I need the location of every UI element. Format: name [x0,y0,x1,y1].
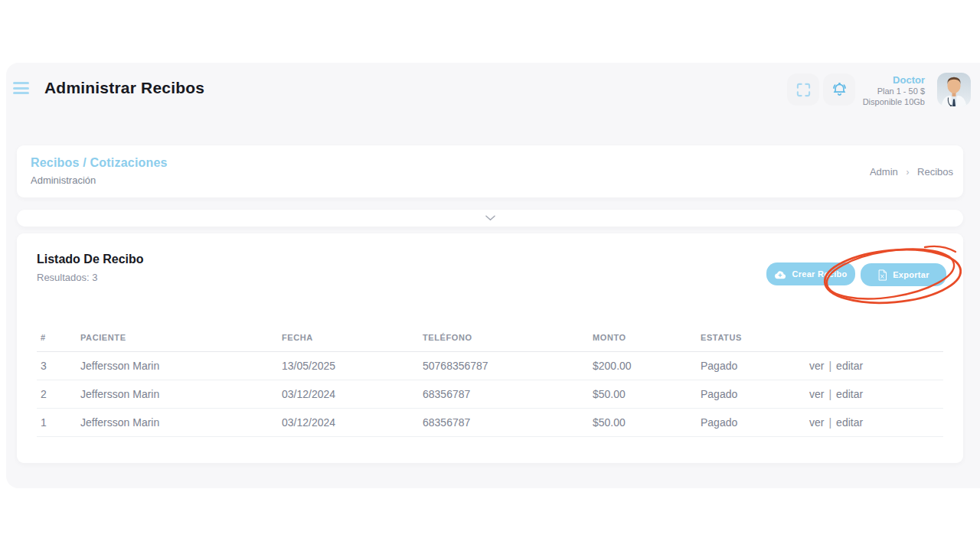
notification-bell-icon [831,81,848,99]
receipt-list-card: Listado De Recibo Resultados: 3 Crear Re… [17,233,963,463]
results-count: Resultados: 3 [37,272,98,283]
receipts-table: # PACIENTE FECHA TELÉFONO MONTO ESTATUS … [37,324,943,437]
cell-monto: $200.00 [593,351,701,380]
header-fecha: FECHA [282,324,423,351]
filters-collapse-bar[interactable] [17,210,963,227]
cell-paciente: Jeffersson Marin [80,380,282,408]
table-row: 2 Jeffersson Marin 03/12/2024 68356787 $… [37,380,943,408]
cell-monto: $50.00 [593,408,701,436]
user-storage: Disponible 10Gb [863,97,925,108]
user-name: Doctor [863,74,925,86]
breadcrumb-card: Recibos / Cotizaciones Administración Ad… [17,145,963,197]
cell-estatus: Pagado [701,380,809,408]
action-separator: | [828,360,831,372]
excel-file-icon [877,269,887,281]
table-header-row: # PACIENTE FECHA TELÉFONO MONTO ESTATUS [37,324,943,351]
ver-link[interactable]: ver [809,416,824,429]
action-separator: | [828,416,831,429]
breadcrumb: Admin › Recibos [870,166,953,178]
header-estatus: ESTATUS [701,324,809,351]
cell-fecha: 13/05/2025 [282,351,423,380]
cell-telefono: 68356787 [423,380,593,408]
header-telefono: TELÉFONO [423,324,593,351]
chevron-down-icon [485,215,495,221]
editar-link[interactable]: editar [836,360,863,372]
editar-link[interactable]: editar [836,388,863,400]
cloud-upload-icon [774,269,786,279]
header-actions [809,324,943,351]
doctor-avatar-image [937,73,971,106]
action-separator: | [828,388,831,400]
cell-paciente: Jeffersson Marin [80,408,282,436]
header-num: # [37,324,80,351]
export-label: Exportar [893,270,929,279]
cell-actions: ver|editar [809,408,943,436]
ver-link[interactable]: ver [809,388,824,400]
cell-fecha: 03/12/2024 [282,408,423,436]
hamburger-menu-icon [13,82,29,84]
table-row: 3 Jeffersson Marin 13/05/2025 5076835678… [37,351,943,380]
section-subtitle: Administración [31,174,96,186]
cell-paciente: Jeffersson Marin [80,351,282,380]
breadcrumb-recibos: Recibos [917,166,953,178]
fullscreen-button[interactable] [787,73,819,106]
hamburger-menu-button[interactable] [13,82,30,95]
cell-estatus: Pagado [701,351,809,380]
cell-monto: $50.00 [593,380,701,408]
breadcrumb-separator-icon: › [906,167,909,178]
export-button[interactable]: Exportar [861,263,946,286]
list-title: Listado De Recibo [37,253,144,266]
cell-fecha: 03/12/2024 [282,380,423,408]
section-title: Recibos / Cotizaciones [31,156,168,170]
cell-telefono: 68356787 [423,408,593,436]
content-area: Administrar Recibos Doctor Plan 1 - 50 $… [6,63,980,488]
user-plan: Plan 1 - 50 $ [863,86,925,97]
page-background: Administrar Recibos Doctor Plan 1 - 50 $… [0,0,980,551]
notifications-button[interactable] [823,73,855,106]
cell-actions: ver|editar [809,380,943,408]
header-paciente: PACIENTE [80,324,282,351]
header-monto: MONTO [593,324,701,351]
cell-num: 3 [37,351,80,380]
cell-telefono: 50768356787 [423,351,593,380]
table-row: 1 Jeffersson Marin 03/12/2024 68356787 $… [37,408,943,436]
cell-actions: ver|editar [809,351,943,380]
cell-estatus: Pagado [701,408,809,436]
cell-num: 2 [37,380,80,408]
user-avatar[interactable] [937,73,971,106]
create-receipt-button[interactable]: Crear Recibo [766,262,855,285]
page-title: Administrar Recibos [44,79,204,97]
ver-link[interactable]: ver [809,360,824,372]
create-receipt-label: Crear Recibo [792,269,847,279]
breadcrumb-admin[interactable]: Admin [870,166,898,178]
user-info[interactable]: Doctor Plan 1 - 50 $ Disponible 10Gb [863,74,925,107]
editar-link[interactable]: editar [836,416,863,429]
fullscreen-icon [796,83,811,97]
cell-num: 1 [37,408,80,436]
